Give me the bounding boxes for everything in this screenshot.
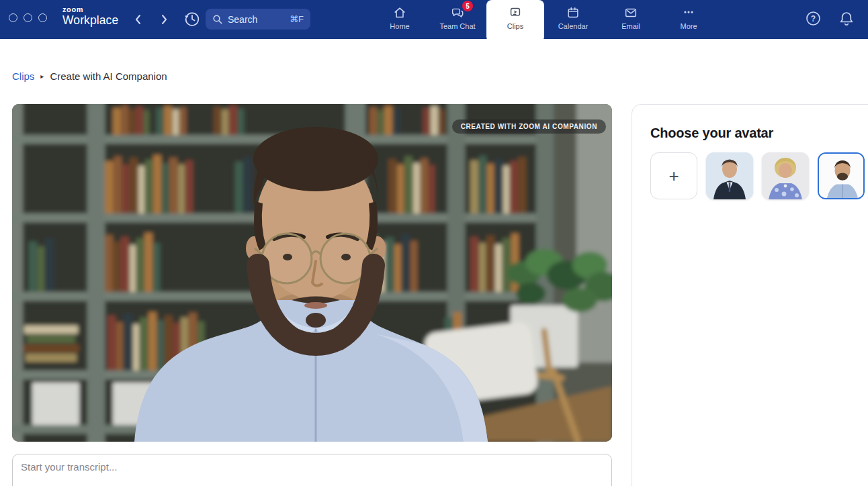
breadcrumb: Clips ▸ Create with AI Companion	[12, 70, 167, 82]
blonde-woman-avatar-image	[762, 152, 809, 199]
choose-avatar-panel: Choose your avatar +	[632, 104, 868, 486]
breadcrumb-clips-link[interactable]: Clips	[12, 70, 34, 82]
transcript-input[interactable]	[12, 454, 612, 486]
history-button[interactable]	[181, 8, 203, 30]
email-icon	[623, 5, 638, 20]
panel-title: Choose your avatar	[650, 126, 868, 141]
tab-home[interactable]: Home	[371, 0, 429, 39]
chevron-left-icon	[130, 11, 146, 28]
window-controls[interactable]	[9, 13, 47, 22]
window-control-icon[interactable]	[24, 13, 32, 22]
add-avatar-button[interactable]: +	[650, 152, 697, 199]
search-placeholder: Search	[228, 14, 290, 25]
breadcrumb-current: Create with AI Companion	[50, 70, 167, 82]
main-tabs: Home Team Chat 5 Clips	[371, 0, 718, 39]
help-button[interactable]: ?	[801, 7, 825, 32]
tab-clips[interactable]: Clips	[486, 0, 544, 44]
help-icon: ?	[804, 9, 822, 28]
tab-team-chat[interactable]: Team Chat 5	[429, 0, 486, 39]
tab-calendar[interactable]: Calendar	[544, 0, 602, 39]
avatar-tiles: +	[650, 152, 868, 199]
unread-count-badge: 5	[462, 1, 473, 11]
avatar-video-preview[interactable]: CREATED WITH ZOOM AI COMPANION	[12, 104, 612, 442]
man-in-suit-avatar-image	[706, 152, 753, 199]
tab-email[interactable]: Email	[602, 0, 660, 39]
calendar-icon	[566, 5, 580, 20]
search-input[interactable]: Search ⌘F	[206, 9, 310, 30]
top-bar: zoom Workplace Search ⌘F Home	[0, 0, 868, 39]
avatar-option-blonde-woman[interactable]	[762, 152, 809, 199]
bell-icon	[837, 9, 856, 28]
zoom-workplace-logo: zoom Workplace	[62, 6, 118, 27]
plus-icon: +	[668, 166, 679, 187]
search-shortcut: ⌘F	[290, 14, 304, 24]
search-icon	[212, 14, 223, 25]
avatar-option-man-in-dark-suit[interactable]	[706, 152, 753, 199]
avatar-scene-image	[12, 104, 612, 442]
bearded-man-avatar-image	[819, 154, 865, 199]
tab-more[interactable]: More	[660, 0, 718, 39]
avatar-option-bearded-man-selected[interactable]	[818, 152, 865, 199]
window-control-icon[interactable]	[38, 13, 47, 22]
logo-workplace-text: Workplace	[62, 15, 118, 27]
clips-icon	[508, 5, 523, 20]
logo-zoom-text: zoom	[62, 6, 118, 13]
history-clock-icon	[183, 9, 202, 28]
topbar-right-icons: ?	[801, 0, 868, 39]
notifications-button[interactable]	[834, 7, 859, 33]
home-icon	[392, 5, 407, 20]
forward-button[interactable]	[155, 10, 173, 29]
chevron-right-icon	[156, 11, 172, 28]
window-control-icon[interactable]	[9, 13, 17, 22]
back-button[interactable]	[129, 10, 148, 29]
svg-text:?: ?	[811, 14, 816, 23]
ai-companion-badge: CREATED WITH ZOOM AI COMPANION	[452, 119, 606, 134]
more-dots-icon	[681, 5, 696, 20]
breadcrumb-separator-icon: ▸	[40, 72, 44, 80]
